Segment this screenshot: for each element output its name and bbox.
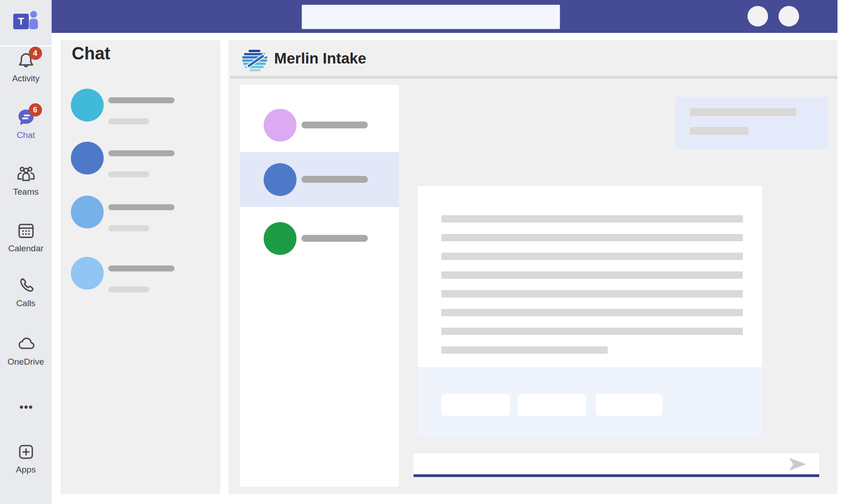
- avatar: [71, 89, 104, 122]
- card-text-placeholder: [441, 346, 608, 354]
- chat-list-item[interactable]: [61, 257, 220, 293]
- chat-list-panel: Chat: [61, 40, 220, 494]
- chat-badge: 6: [29, 103, 42, 117]
- chat-preview-placeholder: [108, 286, 149, 292]
- quick-action-button[interactable]: [518, 394, 586, 416]
- rail-item-label: Activity: [0, 74, 52, 84]
- card-text-placeholder: [441, 234, 743, 241]
- chat-panel-title: Chat: [72, 44, 110, 64]
- avatar: [264, 222, 297, 255]
- send-icon[interactable]: [788, 457, 807, 472]
- participant-name-placeholder: [302, 122, 368, 128]
- card-text-placeholder: [441, 309, 743, 316]
- card-text-placeholder: [441, 328, 743, 335]
- rail-item-teams[interactable]: Teams: [0, 164, 52, 197]
- avatar: [71, 142, 104, 175]
- chat-name-placeholder: [108, 150, 175, 156]
- rail-item-activity[interactable]: 4 Activity: [0, 50, 52, 84]
- quick-action-button[interactable]: [596, 394, 662, 416]
- message-text-placeholder: [690, 108, 796, 116]
- participant-name-placeholder: [302, 235, 368, 242]
- avatar: [264, 109, 297, 142]
- participants-panel: [240, 85, 399, 487]
- teams-logo-accent: [30, 11, 37, 18]
- chat-list-item[interactable]: [61, 89, 220, 125]
- activity-badge: 4: [29, 47, 42, 60]
- rail-item-label: Chat: [0, 130, 52, 140]
- message-card: [418, 186, 762, 367]
- cloud-icon: [16, 334, 37, 355]
- card-text-placeholder: [441, 253, 743, 260]
- chat-name-placeholder: [108, 97, 175, 103]
- conversation-panel: Merlin Intake: [228, 40, 837, 494]
- teams-logo-accent: [29, 19, 38, 29]
- quick-action-button[interactable]: [441, 394, 510, 416]
- people-icon: [16, 164, 37, 185]
- message-composer[interactable]: [413, 453, 819, 477]
- apps-icon: [16, 441, 37, 462]
- rail-divider: [0, 45, 52, 47]
- chat-preview-placeholder: [108, 118, 149, 124]
- top-bar: [52, 0, 848, 33]
- merlin-intake-logo-icon: [242, 49, 267, 72]
- topbar-avatar-placeholder[interactable]: [779, 6, 799, 27]
- search-input[interactable]: [302, 5, 560, 29]
- participant-row[interactable]: [240, 98, 399, 153]
- rail-item-chat[interactable]: 6 Chat: [0, 107, 52, 140]
- rail-item-label: Calls: [0, 298, 52, 308]
- app-rail: T 4 Activity 6 Chat: [0, 0, 52, 504]
- calendar-icon: [16, 220, 37, 241]
- card-text-placeholder: [441, 271, 743, 279]
- teams-logo[interactable]: T: [11, 10, 41, 32]
- chat-name-placeholder: [108, 265, 175, 271]
- rail-item-more[interactable]: [0, 397, 52, 419]
- participant-row[interactable]: [240, 211, 399, 266]
- chat-name-placeholder: [108, 204, 175, 210]
- participant-name-placeholder: [302, 176, 368, 183]
- rail-item-label: Calendar: [0, 244, 52, 254]
- rail-item-calls[interactable]: Calls: [0, 275, 52, 308]
- message-text-placeholder: [690, 127, 748, 135]
- right-margin: [837, 0, 848, 504]
- chat-preview-placeholder: [108, 171, 149, 177]
- card-text-placeholder: [441, 215, 743, 223]
- rail-item-label: Teams: [0, 187, 52, 197]
- rail-item-label: Apps: [0, 465, 52, 475]
- chat-list-item[interactable]: [61, 142, 220, 178]
- chat-list-item[interactable]: [61, 196, 220, 232]
- teams-logo-square: T: [13, 14, 29, 29]
- header-divider: [230, 76, 837, 79]
- quick-actions-section: [418, 367, 762, 437]
- topbar-action-placeholder[interactable]: [747, 6, 768, 27]
- participant-row-selected[interactable]: [240, 152, 399, 207]
- avatar: [264, 163, 297, 196]
- rail-item-calendar[interactable]: Calendar: [0, 220, 52, 254]
- avatar: [71, 257, 104, 290]
- ellipsis-icon: [16, 397, 37, 418]
- avatar: [71, 196, 104, 228]
- incoming-message-bubble: [675, 97, 828, 149]
- rail-item-onedrive[interactable]: OneDrive: [0, 334, 52, 367]
- conversation-title: Merlin Intake: [274, 49, 366, 68]
- phone-icon: [16, 275, 37, 296]
- rail-item-apps[interactable]: Apps: [0, 441, 52, 475]
- rail-item-label: OneDrive: [0, 357, 52, 367]
- card-text-placeholder: [441, 290, 743, 297]
- chat-preview-placeholder: [108, 225, 149, 231]
